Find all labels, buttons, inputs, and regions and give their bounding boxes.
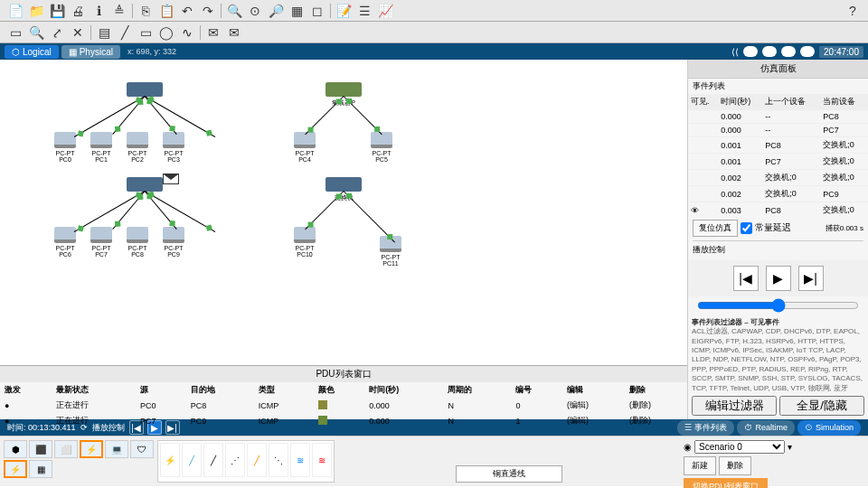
grid-icon[interactable]: ▦ <box>29 460 52 478</box>
col-visible[interactable]: 可见. <box>688 94 718 110</box>
event-row[interactable]: 👁0.003PC8交换机;0 <box>688 202 868 215</box>
event-row[interactable]: 0.002交换机;0交换机;0 <box>688 170 868 186</box>
col-num[interactable]: 编号 <box>511 382 562 398</box>
select-icon[interactable]: ▭ <box>7 24 24 41</box>
col-color[interactable]: 颜色 <box>314 382 365 398</box>
pc-device[interactable]: PC-PT PC3 <box>163 132 184 163</box>
copy-icon[interactable]: ⎘ <box>137 3 154 19</box>
delete-icon[interactable]: ✕ <box>70 24 86 41</box>
pc-device[interactable]: PC-PT PC1 <box>90 132 112 163</box>
constant-delay-checkbox[interactable] <box>741 222 752 234</box>
event-row[interactable]: 0.000--PC7 <box>688 124 868 137</box>
paste-icon[interactable]: 📋 <box>158 3 175 19</box>
info-icon[interactable]: ℹ <box>90 3 107 19</box>
end-device-category-icon[interactable]: 💻 <box>105 440 128 458</box>
zoom-reset-icon[interactable]: ⊙ <box>247 3 263 19</box>
line-icon[interactable]: ╱ <box>117 24 133 41</box>
pc-device[interactable]: PC-PT PC9 <box>163 227 184 258</box>
serial-cable-icon[interactable]: ≋ <box>312 443 332 477</box>
cloud-icon[interactable] <box>781 46 796 57</box>
step-back-button[interactable]: |◀ <box>733 266 759 291</box>
col-edit[interactable]: 编辑 <box>562 382 625 398</box>
zoom-out-icon[interactable]: 🔎 <box>268 3 284 19</box>
pc-device[interactable]: PC-PT PC8 <box>127 227 148 258</box>
simple-pdu-icon[interactable]: ✉ <box>205 24 222 41</box>
col-at[interactable]: 当前设备 <box>820 94 868 110</box>
event-row[interactable]: 0.000--PC8 <box>688 110 868 124</box>
show-all-button[interactable]: 全显/隐藏 <box>779 396 864 416</box>
fiber-cable-icon[interactable]: ╱ <box>247 443 267 477</box>
pdu-row[interactable]: ●正在进行PC0PC8ICMP0.000N0(编辑)(删除) <box>0 398 687 413</box>
play-button[interactable]: ▶ <box>766 266 791 291</box>
col-type[interactable]: 类型 <box>254 382 314 398</box>
pc-device[interactable]: PC-PT PC2 <box>127 132 148 163</box>
cloud-icon[interactable] <box>762 46 777 57</box>
switch-category-icon[interactable]: ⬛ <box>29 440 52 458</box>
grid-icon[interactable]: ▦ <box>288 3 305 19</box>
pc-device[interactable]: PC-PT PC11 <box>380 236 401 267</box>
rect-icon[interactable]: ▭ <box>137 24 154 41</box>
phone-cable-icon[interactable]: ⋱ <box>269 443 288 477</box>
hub-category-icon[interactable]: ⬜ <box>54 440 78 458</box>
event-row[interactable]: 0.001PC8交换机;0 <box>688 137 868 154</box>
realtime-button[interactable]: ⏱ Realtime <box>737 420 795 436</box>
new-scenario-button[interactable]: 新建 <box>684 456 716 475</box>
physical-tab[interactable]: ▦ Physical <box>61 45 120 59</box>
pc-device[interactable]: PC-PT PC6 <box>54 227 76 258</box>
delete-scenario-button[interactable]: 删除 <box>719 456 751 475</box>
col-dst[interactable]: 目的地 <box>186 382 254 398</box>
cloud-icon[interactable] <box>743 46 758 57</box>
event-row[interactable]: 0.001PC7交换机;0 <box>688 154 868 170</box>
toggle-pdu-button[interactable]: 切换PDU列表窗口 <box>684 478 768 488</box>
note-tool-icon[interactable]: ▤ <box>96 24 112 41</box>
event-row[interactable]: 0.002交换机;0PC9 <box>688 186 868 202</box>
col-time[interactable]: 时间(秒) <box>364 382 443 398</box>
move-icon[interactable]: ⤤ <box>49 24 65 41</box>
logical-tab[interactable]: ⬡ Logical <box>5 45 59 59</box>
speed-slider[interactable] <box>697 298 859 313</box>
col-fire[interactable]: 激发 <box>0 382 52 398</box>
switch-device[interactable] <box>127 177 163 192</box>
simulation-button[interactable]: ⏲ Simulation <box>797 420 861 436</box>
workspace-canvas[interactable]: PC-PT PC0 PC-PT PC1 PC-PT PC2 PC-PT PC3 … <box>0 60 687 419</box>
chart-icon[interactable]: 📈 <box>377 3 393 19</box>
window-icon[interactable]: ◻ <box>309 3 326 19</box>
pc-device[interactable]: PC-PT PC0 <box>54 132 76 163</box>
col-time[interactable]: 时间(秒) <box>718 94 762 110</box>
col-del[interactable]: 删除 <box>625 382 687 398</box>
crossover-cable-icon[interactable]: ⋰ <box>225 443 245 477</box>
note-icon[interactable]: 📝 <box>335 3 352 19</box>
undo-icon[interactable]: ↶ <box>179 3 195 19</box>
lightning-icon[interactable]: ⚡ <box>4 460 27 478</box>
col-status[interactable]: 最新状态 <box>52 382 136 398</box>
complex-pdu-icon[interactable]: ✉ <box>226 24 242 41</box>
print-icon[interactable]: 🖨 <box>70 3 86 19</box>
pc-device[interactable]: PC-PT PC5 <box>371 132 392 163</box>
router-category-icon[interactable]: ⬢ <box>4 440 27 458</box>
inspect-icon[interactable]: 🔍 <box>28 24 44 41</box>
pc-device[interactable]: PC-PT PC4 <box>294 132 316 163</box>
back-icon[interactable]: ⟨⟨ <box>731 47 739 57</box>
pdu-envelope-icon[interactable] <box>163 174 179 184</box>
help-icon[interactable]: ? <box>844 3 861 19</box>
col-src[interactable]: 源 <box>136 382 186 398</box>
col-period[interactable]: 周期的 <box>443 382 511 398</box>
wizard-icon[interactable]: ≜ <box>111 3 127 19</box>
file-icon[interactable]: 📄 <box>7 3 24 19</box>
security-category-icon[interactable]: 🛡 <box>130 440 154 458</box>
zoom-in-icon[interactable]: 🔍 <box>226 3 242 19</box>
reset-sim-button[interactable]: 复位仿真 <box>693 220 738 237</box>
step-forward-button[interactable]: ▶| <box>798 266 824 291</box>
freeform-icon[interactable]: ∿ <box>179 24 195 41</box>
scenario-dropdown-icon[interactable]: ▾ <box>788 442 792 452</box>
coax-cable-icon[interactable]: ≋ <box>290 443 310 477</box>
auto-cable-icon[interactable]: ⚡ <box>160 443 180 477</box>
open-icon[interactable]: 📁 <box>28 3 44 19</box>
redo-icon[interactable]: ↷ <box>200 3 216 19</box>
col-last[interactable]: 上一个设备 <box>762 94 820 110</box>
cable-category-icon[interactable]: ⚡ <box>80 440 103 458</box>
scenario-select[interactable]: Scenario 0 <box>694 440 785 454</box>
straight-cable-icon[interactable]: ╱ <box>203 443 223 477</box>
pdu-row[interactable]: ●正在进行PC7PC9ICMP0.000N1(编辑)(删除) <box>0 413 687 428</box>
console-cable-icon[interactable]: ╱ <box>182 443 202 477</box>
